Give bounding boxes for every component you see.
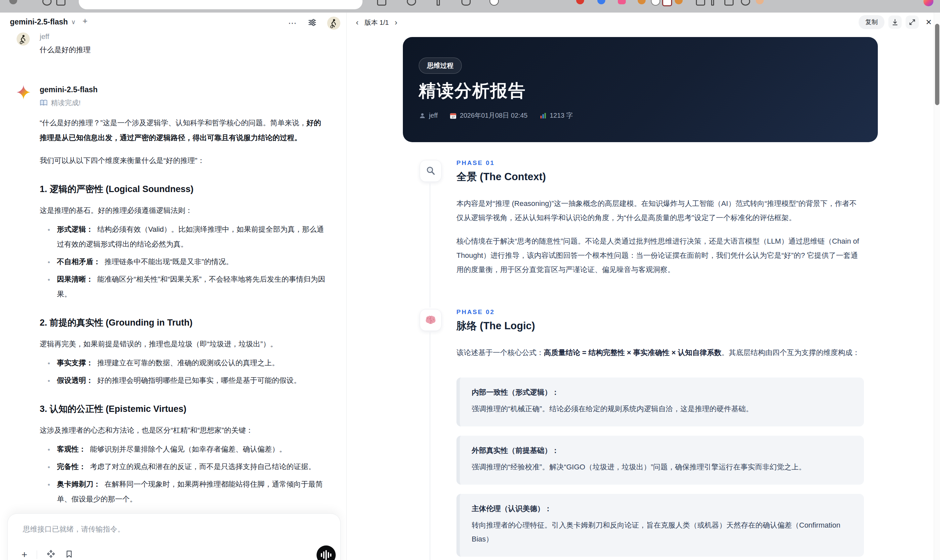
waveform-icon <box>325 550 327 560</box>
chat-header: gemini-2.5-flash ∨ + ⋯ <box>10 16 341 32</box>
extension-icon[interactable] <box>724 0 734 6</box>
list-item: 完备性：考虑了对立的观点和潜在的反证，而不是只选择支持自己结论的证据。 <box>57 459 328 474</box>
report-hero-card: 思维过程 精读分析报告 jeff 17 2026年01月08日 02:45 <box>403 37 878 142</box>
dimension-cards: 内部一致性（形式逻辑）： 强调推理的“机械正确”。结论必须在给定的规则系统内逻辑… <box>456 377 864 557</box>
message-composer[interactable]: 思维接口已就绪，请传输指令。 + <box>7 513 341 560</box>
phase1-paragraph: 核心情境在于解决“思考的随意性”问题。不论是人类通过批判性思维进行决策，还是大语… <box>456 234 864 277</box>
bookmark-star-icon[interactable] <box>461 0 471 6</box>
lead-paragraph: 我们可以从以下四个维度来衡量什么是“好的推理”： <box>40 153 328 168</box>
card-title: 外部真实性（前提基础）： <box>472 446 852 455</box>
soccer-player-avatar-icon <box>17 32 30 46</box>
extension-icon[interactable] <box>651 0 660 6</box>
extension-icon[interactable] <box>638 0 646 4</box>
extension-icon[interactable] <box>576 0 584 4</box>
copy-button[interactable]: 复制 <box>858 15 885 29</box>
message-author: jeff <box>40 32 331 41</box>
download-button[interactable] <box>888 15 901 29</box>
section-heading-2: 2. 前提的真实性 (Grounding in Truth) <box>40 317 328 329</box>
extension-icon[interactable] <box>696 0 705 6</box>
section-heading-1: 1. 逻辑的严密性 (Logical Soundness) <box>40 183 328 195</box>
voice-input-button[interactable] <box>316 545 336 560</box>
section-intro-3: 这涉及推理者的心态和方法论，也是区分“杠精”和“思想家”的关键： <box>40 423 328 438</box>
model-name: gemini-2.5-flash <box>10 17 68 26</box>
waveform-icon <box>321 553 322 557</box>
phase2-section: PHASE 02 脉络 (The Logic) 该论述基于一个核心公式：高质量结… <box>456 308 864 557</box>
address-bar[interactable] <box>79 0 362 9</box>
extension-icon[interactable] <box>675 0 683 4</box>
reading-list-icon[interactable] <box>377 0 386 6</box>
intro-paragraph: “什么是好的推理？”这是一个涉及逻辑学、认知科学和哲学核心的问题。简单来说，好的… <box>40 115 328 145</box>
card-title: 主体伦理（认识美德）： <box>472 504 852 514</box>
chevron-down-icon: ∨ <box>71 18 76 26</box>
composer-divider <box>37 551 37 559</box>
phase2-icon-box <box>420 309 442 331</box>
user-message: jeff 什么是好的推理 <box>18 32 331 55</box>
phase2-lead: 该论述基于一个核心公式：高质量结论 = 结构完整性 × 事实准确性 × 认知自律… <box>456 345 864 360</box>
dimension-card: 主体伦理（认识美德）： 转向推理者的心理特征。引入奥卡姆剃刀和反向论证，旨在克服… <box>456 494 864 557</box>
waveform-icon <box>328 552 329 558</box>
message-text: 什么是好的推理 <box>40 45 331 55</box>
card-body: 强调推理的“经验校准”。解决“GIGO（垃圾进，垃圾出）”问题，确保推理引擎运行… <box>472 460 852 474</box>
version-label: 版本 1/1 <box>365 18 388 27</box>
extension-icon[interactable] <box>490 0 499 6</box>
tune-settings-button[interactable] <box>307 17 317 29</box>
bar-chart-icon <box>539 112 547 119</box>
browser-button-icon[interactable] <box>56 0 65 6</box>
close-button[interactable]: ✕ <box>923 16 935 28</box>
chat-panel: gemini-2.5-flash ∨ + ⋯ <box>0 12 347 560</box>
model-selector[interactable]: gemini-2.5-flash ∨ <box>10 17 76 26</box>
card-body: 转向推理者的心理特征。引入奥卡姆剃刀和反向论证，旨在克服人类（或机器）天然存在的… <box>472 518 852 546</box>
book-icon <box>40 99 48 107</box>
bullet-list-3: 客观性：能够识别并尽量排除个人偏见（如幸存者偏差、确认偏差）。 完备性：考虑了对… <box>40 442 328 506</box>
new-chat-button[interactable]: + <box>82 16 87 26</box>
phase2-title: 脉络 (The Logic) <box>456 319 864 333</box>
phase1-label: PHASE 01 <box>456 159 864 167</box>
bookmark-icon <box>65 550 74 558</box>
meta-date: 17 2026年01月08日 02:45 <box>450 111 527 120</box>
artifact-actions: 复制 ✕ <box>858 15 935 29</box>
list-item: 形式逻辑：结构必须有效（Valid）。比如演绎推理中，如果前提全部为真，那么通过… <box>57 222 328 252</box>
artifact-panel: ‹ 版本 1/1 › 复制 ✕ 思维过程 精读分析报告 jeff <box>347 12 940 560</box>
user-avatar <box>17 32 30 46</box>
speaker-icon[interactable] <box>407 0 416 6</box>
save-prompt-button[interactable] <box>65 550 74 560</box>
chat-scroll-area[interactable]: jeff 什么是好的推理 gemini-2.5-flash 精 <box>18 30 331 560</box>
calendar-icon: 17 <box>450 112 457 119</box>
fullscreen-button[interactable] <box>906 15 919 29</box>
browser-button-icon[interactable] <box>9 0 17 4</box>
extension-icon[interactable] <box>662 0 672 6</box>
phase2-label: PHASE 02 <box>456 308 864 316</box>
prev-version-button[interactable]: ‹ <box>356 18 359 27</box>
bullet-list-2: 事实支撑：推理建立在可靠的数据、准确的观测或公认的真理之上。 假设透明：好的推理… <box>40 355 328 388</box>
expand-icon <box>909 18 916 26</box>
card-body: 强调推理的“机械正确”。结论必须在给定的规则系统内逻辑自洽，这是推理的硬件基础。 <box>472 402 852 416</box>
section-heading-3: 3. 认知的公正性 (Epistemic Virtues) <box>40 403 328 415</box>
more-options-button[interactable]: ⋯ <box>288 18 297 28</box>
waveform-icon <box>323 551 324 558</box>
user-avatar[interactable] <box>327 17 341 30</box>
list-item: 事实支撑：推理建立在可靠的数据、准确的观测或公认的真理之上。 <box>57 355 328 370</box>
browser-button-icon[interactable] <box>42 0 52 6</box>
extension-icon[interactable] <box>618 0 626 4</box>
scrollbar-thumb[interactable] <box>935 24 939 105</box>
list-item: 假设透明：好的推理会明确指明哪些是已知事实，哪些是基于可能的假设。 <box>57 373 328 388</box>
attach-button[interactable]: + <box>22 551 28 558</box>
scrollbar-track[interactable] <box>934 12 940 560</box>
status-line: 精读完成! <box>40 98 331 108</box>
status-text: 精读完成! <box>51 98 81 108</box>
card-title: 内部一致性（形式逻辑）： <box>472 388 852 397</box>
profile-avatar[interactable] <box>756 0 764 4</box>
report-badge: 思维过程 <box>419 57 462 74</box>
next-version-button[interactable]: › <box>394 18 397 27</box>
meta-author: jeff <box>419 112 438 119</box>
list-item: 奥卡姆剃刀：在解释同一个现象时，如果两种推理都能站得住脚，通常倾向于最简单、假设… <box>57 477 328 506</box>
extension-icon[interactable] <box>597 0 605 4</box>
tools-button[interactable] <box>46 549 55 560</box>
browser-logo-icon[interactable] <box>923 0 933 6</box>
extension-icon[interactable] <box>741 0 750 6</box>
sliders-icon <box>307 17 317 28</box>
composer-placeholder: 思维接口已就绪，请传输指令。 <box>23 524 125 534</box>
gemini-star-icon <box>16 85 31 101</box>
pin-icon[interactable] <box>437 0 440 6</box>
assistant-body: “什么是好的推理？”这是一个涉及逻辑学、认知科学和哲学核心的问题。简单来说，好的… <box>40 115 328 560</box>
